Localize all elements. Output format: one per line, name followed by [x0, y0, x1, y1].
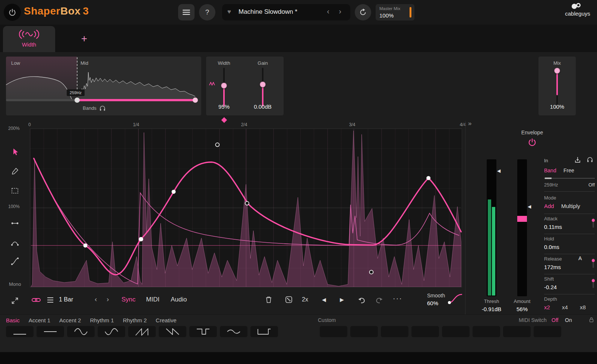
category-basic[interactable]: Basic	[6, 317, 20, 323]
lfo-handle[interactable]	[245, 201, 249, 205]
wave-preset-sine-inverted-button[interactable]	[98, 326, 125, 337]
sync-mode-button[interactable]: Sync	[121, 296, 136, 303]
delete-wave-icon[interactable]	[265, 296, 273, 304]
s-curve-tool-button[interactable]	[7, 253, 23, 269]
lfo-editor[interactable]	[30, 128, 462, 287]
curve-tool-button[interactable]	[7, 234, 23, 251]
collapse-panel-button[interactable]: »	[468, 120, 471, 127]
wave-preset-sine-button[interactable]	[67, 326, 95, 337]
custom-slot[interactable]	[381, 326, 408, 337]
threshold-meter[interactable]	[487, 159, 496, 296]
double-wave-button[interactable]: 2x	[302, 296, 308, 303]
audio-mode-button[interactable]: Audio	[171, 296, 187, 303]
category-creative[interactable]: Creative	[156, 317, 177, 323]
width-slider-handle[interactable]	[221, 83, 227, 89]
custom-slot[interactable]	[503, 326, 531, 337]
env-input-icon[interactable]	[574, 156, 581, 163]
thresh-value[interactable]: -0.91dB	[477, 306, 506, 312]
lfo-point[interactable]	[83, 243, 88, 248]
custom-slot[interactable]	[411, 326, 439, 337]
smooth-curve-icon[interactable]	[447, 292, 464, 305]
custom-slot[interactable]	[473, 326, 500, 337]
depth-x8-button[interactable]: x8	[580, 304, 586, 310]
env-off-value[interactable]: Off	[574, 182, 595, 188]
custom-slot[interactable]	[320, 326, 347, 337]
custom-slot[interactable]	[350, 326, 378, 337]
lfo-handle[interactable]	[215, 143, 219, 147]
lfo-point[interactable]	[139, 237, 143, 242]
env-band-slider[interactable]	[544, 178, 595, 179]
draw-tool-button[interactable]	[7, 163, 23, 179]
wave-preset-saw-up-button[interactable]	[128, 326, 156, 337]
master-mix[interactable]: Master Mix 100%	[376, 4, 414, 20]
lfo-editor-canvas[interactable]	[30, 129, 462, 287]
threshold-marker[interactable]: ◀	[497, 168, 500, 173]
wave-preset-flat-mid-button[interactable]	[37, 326, 64, 337]
amount-marker[interactable]: ◀	[528, 204, 531, 209]
category-rhythm2[interactable]: Rhythm 2	[123, 317, 147, 323]
env-mode-multiply[interactable]: Multiply	[561, 203, 580, 209]
midi-lock-icon[interactable]	[589, 317, 594, 323]
more-options-button[interactable]: ···	[393, 294, 402, 303]
redo-icon[interactable]	[375, 296, 383, 304]
lfo-point[interactable]	[171, 190, 176, 194]
mix-slider-handle[interactable]	[554, 68, 560, 74]
amount-value[interactable]: 56%	[509, 306, 535, 312]
gain-value[interactable]: 0.00dB	[245, 103, 281, 110]
custom-slot[interactable]	[534, 326, 561, 337]
attack-value[interactable]: 0.11ms	[544, 224, 562, 230]
depth-x4-button[interactable]: x4	[562, 304, 568, 310]
env-source-free[interactable]: Free	[563, 167, 574, 173]
ab-compare-button[interactable]	[355, 4, 371, 20]
release-auto-badge[interactable]: A	[578, 255, 582, 261]
env-source-band[interactable]: Band	[544, 167, 556, 173]
shift-value[interactable]: -0.24	[544, 284, 557, 290]
envelope-power-icon[interactable]	[528, 138, 537, 147]
amount-meter[interactable]	[517, 159, 527, 296]
loop-lock-icon[interactable]	[31, 297, 41, 303]
custom-slot[interactable]	[442, 326, 470, 337]
band-freq-readout[interactable]: 259Hz	[67, 89, 85, 96]
shift-right-button[interactable]: ▶	[340, 297, 344, 303]
shift-mini-slider[interactable]	[593, 278, 594, 288]
midi-switch-off[interactable]: Off	[552, 317, 558, 323]
env-mode-add[interactable]: Add	[544, 203, 554, 209]
shift-left-button[interactable]: ◀	[322, 297, 326, 303]
wave-preset-step-button[interactable]	[250, 326, 278, 337]
preset-prev-button[interactable]: ‹	[327, 7, 329, 16]
release-mini-slider[interactable]	[593, 258, 594, 268]
undo-icon[interactable]	[358, 296, 366, 304]
gain-slider-handle[interactable]	[260, 82, 266, 87]
wave-preset-soft-wave-button[interactable]	[220, 326, 247, 337]
expand-editor-button[interactable]	[7, 293, 23, 309]
env-listen-headphones-icon[interactable]	[587, 156, 593, 163]
wave-preset-saw-down-button[interactable]	[159, 326, 186, 337]
category-accent1[interactable]: Accent 1	[29, 317, 50, 323]
help-button[interactable]: ?	[199, 4, 215, 20]
lfo-handle[interactable]	[369, 270, 373, 274]
depth-x2-button[interactable]: x2	[544, 304, 550, 310]
master-mix-slider[interactable]	[410, 7, 411, 17]
mix-value[interactable]: 100%	[538, 103, 576, 110]
tab-width[interactable]: Width	[3, 26, 55, 52]
preset-name[interactable]: Machine Slowdown *	[239, 8, 297, 16]
band-headphones-icon[interactable]	[99, 105, 106, 111]
midi-mode-button[interactable]: MIDI	[146, 296, 159, 303]
category-rhythm1[interactable]: Rhythm 1	[90, 317, 114, 323]
amount-handle[interactable]	[517, 216, 527, 222]
release-value[interactable]: 172ms	[544, 264, 561, 270]
category-accent2[interactable]: Accent 2	[59, 317, 81, 323]
preset-next-button[interactable]: ›	[339, 7, 341, 16]
midi-switch-on[interactable]: On	[565, 317, 572, 323]
hold-value[interactable]: 0.0ms	[544, 244, 559, 250]
select-tool-button[interactable]	[7, 144, 23, 160]
marquee-tool-button[interactable]	[7, 182, 23, 199]
wave-preset-pulse-button[interactable]	[189, 326, 217, 337]
width-position-marker[interactable]	[221, 117, 227, 123]
add-tab-button[interactable]: +	[76, 31, 92, 47]
menu-button[interactable]	[178, 4, 195, 20]
mono-label[interactable]: Mono	[9, 281, 21, 287]
power-button[interactable]	[4, 4, 21, 21]
favorite-heart-icon[interactable]: ♥	[227, 8, 231, 16]
line-tool-button[interactable]	[7, 215, 23, 232]
